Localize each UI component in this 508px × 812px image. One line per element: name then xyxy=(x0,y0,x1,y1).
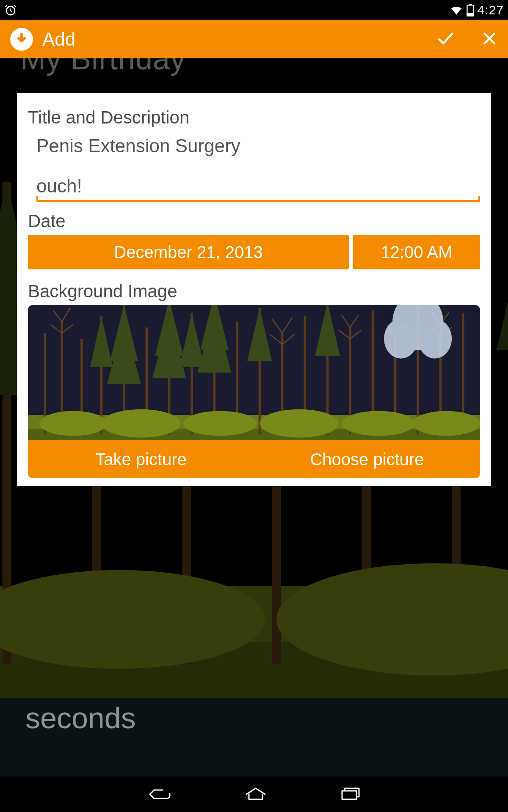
back-button[interactable] xyxy=(146,785,172,804)
focus-underline xyxy=(36,200,480,202)
svg-rect-46 xyxy=(469,4,472,5)
close-button[interactable] xyxy=(481,30,498,49)
home-button[interactable] xyxy=(244,785,268,804)
add-event-dialog: Title and Description Date December 21, … xyxy=(17,93,491,486)
svg-rect-47 xyxy=(467,14,473,16)
time-picker-button[interactable]: 12:00 AM xyxy=(353,235,480,269)
alarm-icon xyxy=(4,4,17,16)
confirm-button[interactable] xyxy=(436,29,456,50)
background-image-label: Background Image xyxy=(28,281,480,302)
app-bar: Add xyxy=(0,20,508,58)
navigation-bar xyxy=(0,776,508,812)
svg-rect-50 xyxy=(342,791,356,799)
app-logo-icon[interactable] xyxy=(10,28,33,51)
status-clock: 4:27 xyxy=(478,3,504,17)
background-seconds-label: seconds xyxy=(25,701,136,735)
recents-button[interactable] xyxy=(340,785,362,804)
background-title-peek: My Birthday xyxy=(20,58,186,76)
choose-picture-button[interactable]: Choose picture xyxy=(254,440,480,478)
date-picker-button[interactable]: December 21, 2013 xyxy=(28,235,349,269)
wifi-icon xyxy=(450,3,463,17)
status-bar: 4:27 xyxy=(0,0,508,20)
battery-icon xyxy=(467,4,474,16)
background-image-preview[interactable] xyxy=(28,305,480,440)
title-section-label: Title and Description xyxy=(28,107,480,128)
take-picture-button[interactable]: Take picture xyxy=(28,440,254,478)
title-input[interactable] xyxy=(36,131,480,160)
description-input[interactable] xyxy=(36,173,480,202)
date-section-label: Date xyxy=(28,211,480,231)
app-bar-title: Add xyxy=(42,29,75,50)
